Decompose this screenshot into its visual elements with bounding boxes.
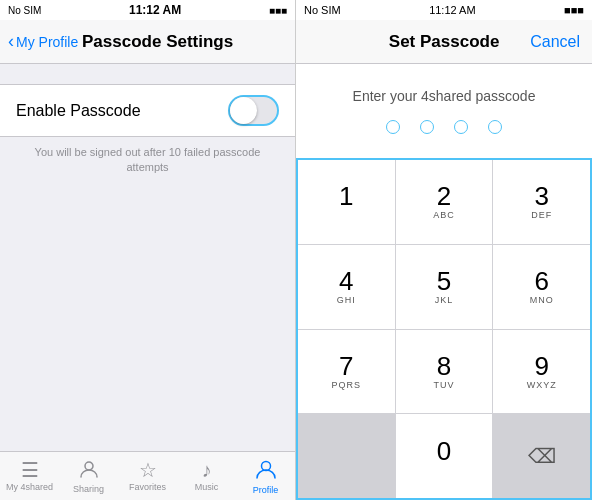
- key-2[interactable]: 2 ABC: [396, 160, 494, 244]
- numpad-row-1: 1 2 ABC 3 DEF: [298, 160, 590, 245]
- tab-my4shared[interactable]: ☰ My 4shared: [0, 452, 59, 500]
- toggle-knob: [230, 97, 257, 124]
- svg-point-1: [261, 461, 270, 470]
- page-title-right: Set Passcode: [389, 32, 500, 52]
- numpad-row-2: 4 GHI 5 JKL 6 MNO: [298, 245, 590, 330]
- dot-1: [386, 120, 400, 134]
- my4shared-icon: ☰: [21, 460, 39, 480]
- navbar-left: ‹ My Profile Passcode Settings: [0, 20, 295, 64]
- battery-right: ■■■: [564, 4, 584, 16]
- left-panel: No SIM 11:12 AM ■■■ ‹ My Profile Passcod…: [0, 0, 296, 500]
- tab-favorites[interactable]: ☆ Favorites: [118, 452, 177, 500]
- right-panel: No SIM 11:12 AM ■■■ Set Passcode Cancel …: [296, 0, 592, 500]
- time-left: 11:12 AM: [129, 3, 181, 17]
- time-right: 11:12 AM: [429, 4, 475, 16]
- tab-bar: ☰ My 4shared Sharing ☆ Favorites ♪ Music: [0, 451, 295, 500]
- passcode-hint: You will be signed out after 10 failed p…: [0, 137, 295, 184]
- key-empty: [298, 414, 396, 498]
- key-3[interactable]: 3 DEF: [493, 160, 590, 244]
- sharing-icon: [79, 459, 99, 482]
- page-title-left: Passcode Settings: [28, 32, 287, 52]
- passcode-prompt-area: Enter your 4shared passcode: [296, 64, 592, 158]
- key-5[interactable]: 5 JKL: [396, 245, 494, 329]
- tab-music-label: Music: [195, 482, 219, 492]
- key-9[interactable]: 9 WXYZ: [493, 330, 590, 414]
- key-1[interactable]: 1: [298, 160, 396, 244]
- battery-left: ■■■: [269, 5, 287, 16]
- numpad-row-3: 7 PQRS 8 TUV 9 WXYZ: [298, 330, 590, 415]
- key-8[interactable]: 8 TUV: [396, 330, 494, 414]
- status-bar-left: No SIM 11:12 AM ■■■: [0, 0, 295, 20]
- passcode-dots: [312, 120, 576, 134]
- key-6[interactable]: 6 MNO: [493, 245, 590, 329]
- navbar-right: Set Passcode Cancel: [296, 20, 592, 64]
- enable-passcode-row: Enable Passcode: [0, 84, 295, 137]
- numpad: 1 2 ABC 3 DEF 4 GHI 5 JKL 6: [296, 158, 592, 500]
- back-chevron-icon: ‹: [8, 31, 14, 52]
- cancel-button[interactable]: Cancel: [530, 33, 580, 51]
- carrier-right: No SIM: [304, 4, 341, 16]
- music-icon: ♪: [202, 460, 212, 480]
- svg-point-0: [85, 462, 93, 470]
- dot-4: [488, 120, 502, 134]
- tab-profile-label: Profile: [253, 485, 279, 495]
- tab-sharing-label: Sharing: [73, 484, 104, 494]
- profile-icon: [255, 458, 277, 483]
- settings-content: Enable Passcode You will be signed out a…: [0, 64, 295, 451]
- dot-3: [454, 120, 468, 134]
- tab-profile[interactable]: Profile: [236, 452, 295, 500]
- dot-2: [420, 120, 434, 134]
- tab-my4shared-label: My 4shared: [6, 482, 53, 492]
- tab-sharing[interactable]: Sharing: [59, 452, 118, 500]
- enable-passcode-label: Enable Passcode: [16, 102, 141, 120]
- key-0[interactable]: 0: [396, 414, 494, 498]
- delete-icon: ⌫: [528, 444, 556, 468]
- numpad-row-4: 0 ⌫: [298, 414, 590, 498]
- key-7[interactable]: 7 PQRS: [298, 330, 396, 414]
- carrier-left: No SIM: [8, 5, 41, 16]
- enable-passcode-toggle[interactable]: [228, 95, 279, 126]
- tab-music[interactable]: ♪ Music: [177, 452, 236, 500]
- tab-favorites-label: Favorites: [129, 482, 166, 492]
- passcode-prompt-text: Enter your 4shared passcode: [312, 88, 576, 104]
- key-delete[interactable]: ⌫: [493, 414, 590, 498]
- favorites-icon: ☆: [139, 460, 157, 480]
- status-bar-right: No SIM 11:12 AM ■■■: [296, 0, 592, 20]
- key-4[interactable]: 4 GHI: [298, 245, 396, 329]
